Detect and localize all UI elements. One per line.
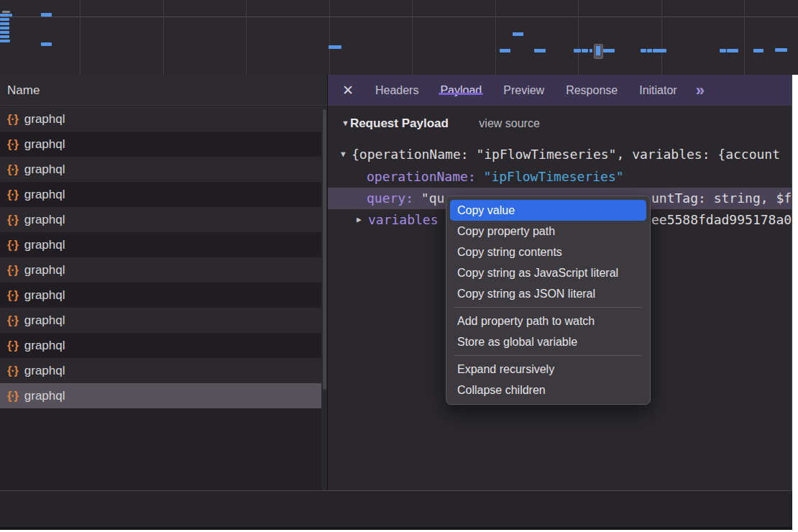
expand-triangle-icon[interactable]: ▼ [341,144,346,165]
request-row-graphql[interactable]: {·}graphql [0,283,327,308]
request-name-label: graphql [24,112,65,126]
request-timeline-bar [0,18,9,21]
waterfall-gridline [246,0,247,75]
section-title: Request Payload [350,116,449,130]
property-key: operationName: [367,169,484,184]
column-header-name[interactable]: Name [0,75,327,106]
property-value: "ipFlowTimeseries" [484,169,624,184]
property-value-right: ee5588fdad995178a0 [651,209,792,231]
request-name-label: graphql [24,238,65,252]
waterfall-gridline [661,0,662,75]
request-timeline-bar [329,45,341,49]
request-payload-section-header[interactable]: ▼Request Payload view source [328,116,798,139]
menu-item-copy-string-contents[interactable]: Copy string contents [450,242,646,262]
request-name-label: graphql [24,313,65,327]
list-scrollbar-thumb[interactable] [323,109,326,390]
request-row-graphql[interactable]: {·}graphql [0,106,327,132]
tab-initiator[interactable]: Initiator [639,84,677,96]
request-row-graphql[interactable]: {·}graphql [0,132,327,157]
request-row-graphql[interactable]: {·}graphql [0,157,327,182]
json-fetch-icon: {·} [7,207,18,232]
json-fetch-icon: {·} [7,106,18,132]
request-timeline-bar [0,27,9,29]
request-timeline-bar [0,14,9,17]
request-row-graphql[interactable]: {·}graphql [0,358,327,383]
request-row-graphql[interactable]: {·}graphql [0,207,327,232]
request-timeline-bar [500,49,510,52]
tab-preview[interactable]: Preview [503,84,544,96]
context-menu: Copy valueCopy property pathCopy string … [446,196,651,405]
waterfall-baseline [0,17,798,17]
request-timeline-bar [590,49,592,52]
request-name-label: graphql [24,364,65,377]
request-name-label: graphql [24,137,65,151]
request-row-graphql[interactable]: {·}graphql [0,257,327,283]
json-fetch-icon: {·} [7,283,18,308]
menu-item-copy-property-path[interactable]: Copy property path [450,221,646,242]
tab-response[interactable]: Response [566,84,618,96]
page-margin-right [792,75,798,532]
request-timeline-bar [513,32,523,36]
request-name-label: graphql [24,389,65,403]
json-fetch-icon: {·} [7,157,18,182]
column-header-label: Name [7,83,40,97]
collapse-triangle-icon: ▼ [341,119,349,127]
json-fetch-icon: {·} [7,308,18,333]
menu-item-expand-recursively[interactable]: Expand recursively [450,359,646,380]
request-timeline-bar [41,13,52,17]
request-timeline-bar [775,48,787,52]
waterfall-gridline [412,0,413,75]
waterfall-gridline [163,0,164,75]
request-timeline-bar [0,40,10,42]
expand-arrow-icon[interactable]: ▶ [357,209,362,231]
request-timeline-bar [2,11,10,13]
request-row-graphql[interactable]: {·}graphql [0,333,327,358]
request-timeline-bar [0,31,9,34]
tab-payload[interactable]: Payload [440,84,482,96]
devtools-network-window: Name {·}graphql{·}graphql{·}graphql{·}gr… [0,0,798,532]
menu-item-collapse-children[interactable]: Collapse children [450,380,646,400]
request-timeline-bar [41,42,52,46]
payload-summary-row[interactable]: ▼ {operationName: "ipFlowTimeseries", va… [328,144,792,165]
request-timeline-bar [641,49,646,52]
menu-item-store-as-global-variable[interactable]: Store as global variable [450,331,646,352]
request-row-graphql[interactable]: {·}graphql [0,308,327,333]
waterfall-gridline [495,0,496,75]
waterfall-gridline [744,0,745,75]
selected-request-marker[interactable] [594,44,603,59]
menu-item-add-property-path-to-watch[interactable]: Add property path to watch [450,311,646,331]
selected-request-bar [596,46,600,55]
request-name-label: graphql [24,263,65,277]
status-footer [0,491,792,527]
request-row-graphql[interactable]: {·}graphql [0,383,327,408]
request-timeline-bar [653,49,666,52]
waterfall-gridline [329,0,330,75]
menu-separator [454,355,642,356]
network-overview-waterfall[interactable] [0,0,798,75]
request-name-label: graphql [24,188,65,201]
detail-tabbar: ✕ HeadersPayloadPreviewResponseInitiator… [328,75,792,106]
request-name-label: graphql [24,162,65,176]
more-tabs-icon[interactable]: » [696,81,703,100]
property-value-right: untTag: string, $f [651,188,792,209]
request-timeline-bar [0,35,9,38]
tab-headers[interactable]: Headers [375,84,418,96]
json-fetch-icon: {·} [7,182,18,207]
request-row-graphql[interactable]: {·}graphql [0,232,327,257]
property-value-left: "qu [421,191,445,206]
waterfall-gridline [80,0,81,75]
property-key: query: [367,191,421,206]
property-key: variables [368,209,439,231]
view-source-link[interactable]: view source [479,117,539,129]
menu-item-copy-string-as-javascript-literal[interactable]: Copy string as JavaScript literal [450,262,646,283]
close-icon[interactable]: ✕ [342,82,354,98]
request-timeline-bar [647,49,652,52]
json-fetch-icon: {·} [7,358,18,383]
request-timeline-bar [603,49,615,52]
menu-item-copy-value[interactable]: Copy value [450,200,646,221]
menu-item-copy-string-as-json-literal[interactable]: Copy string as JSON literal [450,283,646,304]
payload-row-operationName[interactable]: operationName: "ipFlowTimeseries" [328,166,792,188]
request-timeline-bar [720,49,726,52]
json-fetch-icon: {·} [7,383,18,408]
request-row-graphql[interactable]: {·}graphql [0,182,327,207]
